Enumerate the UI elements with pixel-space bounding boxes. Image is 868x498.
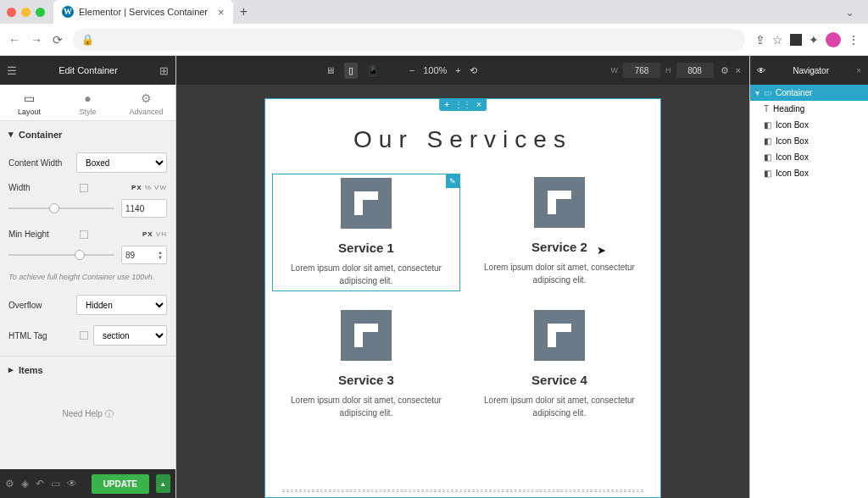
min-height-units[interactable]: PX VH: [142, 230, 167, 238]
extension-icon[interactable]: [790, 34, 802, 46]
min-height-hint: To achieve full height Container use 100…: [0, 271, 175, 290]
dynamic-icon[interactable]: [80, 331, 88, 340]
min-height-slider-row: 89▲▼: [0, 244, 175, 271]
panel-header: ☰ Edit Container ⊞: [0, 56, 175, 85]
navigator-panel: 👁 Navigator × ▾▭Container THeading ◧Icon…: [749, 56, 868, 498]
window-controls[interactable]: [7, 8, 45, 17]
stepper-icon[interactable]: ▲▼: [158, 250, 163, 260]
icon-box-1[interactable]: ✎ Service 1 Lorem ipsum dolor sit amet, …: [272, 174, 460, 291]
style-icon: ●: [58, 91, 117, 105]
avatar[interactable]: [826, 32, 841, 47]
iconbox-icon: ◧: [764, 152, 771, 162]
nav-item-iconbox[interactable]: ◧Icon Box: [750, 133, 868, 149]
maximize-window-icon[interactable]: [36, 8, 45, 17]
content-width-select[interactable]: Boxed: [76, 152, 167, 173]
tablet-icon[interactable]: ▯: [344, 63, 358, 79]
edit-widget-icon[interactable]: ✎: [446, 174, 459, 188]
resize-handle[interactable]: [282, 490, 643, 492]
icon-box-4[interactable]: Service 4 Lorem ipsum dolor sit amet, co…: [465, 307, 654, 423]
tab-layout[interactable]: ▭Layout: [0, 85, 58, 120]
container-handle[interactable]: + ⋮⋮ ×: [439, 98, 487, 111]
nav-item-container[interactable]: ▾▭Container: [750, 85, 868, 101]
icon-box-3[interactable]: Service 3 Lorem ipsum dolor sit amet, co…: [272, 307, 460, 423]
desktop-icon[interactable]: 🖥: [321, 63, 339, 78]
forward-icon[interactable]: →: [31, 33, 42, 47]
html-tag-select[interactable]: section: [93, 325, 167, 346]
close-tab-icon[interactable]: ×: [218, 6, 225, 19]
tab-advanced[interactable]: ⚙Advanced: [117, 85, 175, 120]
new-tab-button[interactable]: +: [240, 4, 248, 19]
puzzle-icon[interactable]: ✦: [809, 33, 819, 47]
tab-style[interactable]: ●Style: [58, 85, 117, 120]
history-icon[interactable]: ↶: [36, 478, 44, 490]
navigator-icon[interactable]: ◈: [21, 478, 29, 490]
minimize-window-icon[interactable]: [21, 8, 31, 17]
add-section-icon[interactable]: +: [444, 100, 449, 109]
nav-item-iconbox[interactable]: ◧Icon Box: [750, 149, 868, 165]
chevron-down-icon[interactable]: ⌄: [838, 6, 861, 19]
editor-canvas-area: 🖥 ▯ 📱 − 100% + ⟲ W H ⚙ × +: [176, 56, 749, 498]
need-help-link[interactable]: Need Help ⓘ: [0, 383, 175, 445]
navigator-title: Navigator: [793, 66, 829, 75]
close-responsive-icon[interactable]: ×: [736, 65, 741, 75]
mobile-icon[interactable]: 📱: [363, 63, 383, 79]
container-element[interactable]: + ⋮⋮ × Our Services ✎ Service 1 Lorem ip…: [264, 98, 661, 498]
settings-icon[interactable]: ⚙: [5, 478, 14, 490]
settings-gear-icon[interactable]: ⚙: [721, 65, 729, 76]
nav-item-heading[interactable]: THeading: [750, 101, 868, 117]
placeholder-icon: [534, 177, 585, 228]
placeholder-icon: [534, 310, 585, 361]
url-bar[interactable]: 🔒: [73, 29, 745, 51]
responsive-icon[interactable]: [80, 230, 88, 239]
update-options-button[interactable]: ▴: [156, 474, 170, 493]
canvas-width-input[interactable]: [623, 63, 660, 78]
width-input[interactable]: 1140: [121, 199, 167, 218]
width-slider[interactable]: [8, 208, 114, 209]
service-desc: Lorem ipsum dolor sit amet, consectetur …: [275, 394, 457, 419]
iconbox-icon: ◧: [764, 136, 771, 146]
services-grid: ✎ Service 1 Lorem ipsum dolor sit amet, …: [272, 174, 654, 423]
section-items[interactable]: ▸Items: [0, 356, 175, 383]
back-icon[interactable]: ←: [8, 33, 20, 47]
kebab-menu-icon[interactable]: ⋮: [848, 33, 860, 47]
caret-right-icon: ▸: [8, 364, 14, 375]
hamburger-icon[interactable]: ☰: [7, 64, 17, 77]
responsive-icon[interactable]: [80, 184, 88, 192]
width-slider-row: 1140: [0, 197, 175, 224]
close-navigator-icon[interactable]: ×: [856, 66, 861, 75]
widgets-grid-icon[interactable]: ⊞: [159, 64, 169, 77]
canvas-wrap[interactable]: + ⋮⋮ × Our Services ✎ Service 1 Lorem ip…: [176, 85, 749, 498]
close-window-icon[interactable]: [7, 8, 16, 17]
drag-handle-icon[interactable]: ⋮⋮: [454, 100, 471, 109]
delete-section-icon[interactable]: ×: [476, 100, 481, 109]
min-height-slider[interactable]: [8, 254, 114, 256]
canvas-height-input[interactable]: [676, 63, 714, 78]
heading-icon: T: [764, 104, 769, 113]
nav-item-iconbox[interactable]: ◧Icon Box: [750, 165, 868, 181]
caret-down-icon: ▾: [755, 88, 760, 97]
reload-icon[interactable]: ⟳: [53, 33, 63, 47]
browser-actions: ⇪ ☆ ✦ ⋮: [755, 32, 860, 47]
star-icon[interactable]: ☆: [772, 33, 783, 47]
heading-widget[interactable]: Our Services: [272, 126, 654, 153]
zoom-controls: − 100% + ⟲: [409, 65, 477, 76]
caret-down-icon: ▾: [8, 129, 14, 140]
zoom-out-button[interactable]: −: [409, 65, 415, 75]
service-desc: Lorem ipsum dolor sit amet, consectetur …: [276, 262, 456, 287]
overflow-select[interactable]: Hidden: [76, 295, 167, 315]
zoom-in-button[interactable]: +: [455, 65, 460, 75]
width-units[interactable]: PX % VW: [131, 184, 167, 191]
update-button[interactable]: UPDATE: [92, 474, 149, 494]
browser-tab[interactable]: W Elementor | Services Container ×: [53, 0, 233, 24]
nav-item-iconbox[interactable]: ◧Icon Box: [750, 117, 868, 133]
responsive-mode-icon[interactable]: ▭: [51, 478, 60, 490]
zoom-reset-button[interactable]: ⟲: [470, 65, 477, 76]
eye-icon[interactable]: 👁: [757, 66, 765, 75]
preview-icon[interactable]: 👁: [67, 478, 77, 490]
section-container[interactable]: ▾Container: [0, 121, 175, 147]
iconbox-icon: ◧: [764, 120, 771, 130]
icon-box-2[interactable]: Service 2 Lorem ipsum dolor sit amet, co…: [465, 174, 654, 291]
panel-footer: ⚙ ◈ ↶ ▭ 👁 UPDATE ▴: [0, 469, 175, 498]
share-icon[interactable]: ⇪: [755, 33, 765, 47]
min-height-input[interactable]: 89▲▼: [121, 246, 167, 264]
